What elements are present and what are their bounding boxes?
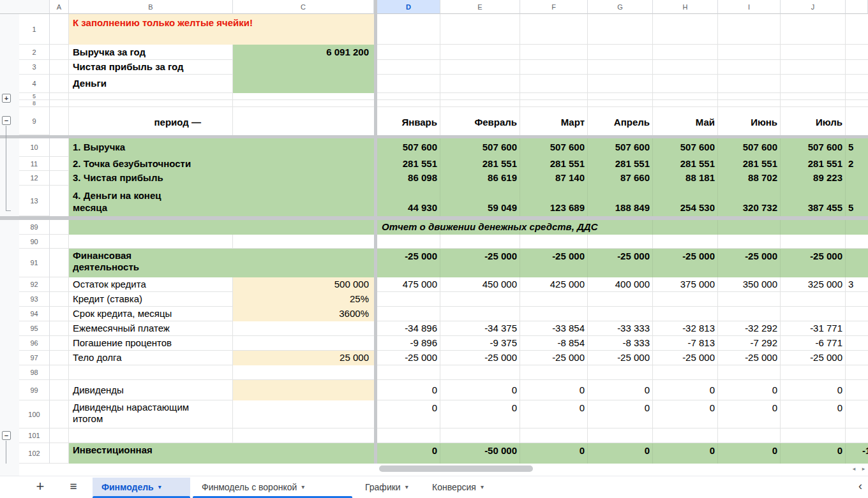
cell-G102[interactable]: 0: [588, 443, 653, 464]
cell-J91[interactable]: -25 000: [781, 249, 846, 277]
chevron-down-icon[interactable]: ▾: [158, 483, 161, 490]
cell-F95[interactable]: -33 854: [520, 321, 588, 336]
row-header-102[interactable]: 102: [19, 443, 50, 464]
cell-E9[interactable]: Февраль: [440, 107, 520, 135]
cell-J92[interactable]: 325 000: [781, 277, 846, 292]
sheet-tab-finmodel-s-voronkoy[interactable]: Финмодель с воронкой ▾: [193, 478, 352, 496]
sheet-tab-grafiki[interactable]: Графики ▾: [356, 478, 420, 496]
cell-D97[interactable]: -25 000: [377, 351, 440, 365]
cell-H96[interactable]: -7 813: [653, 336, 718, 351]
cell-B100[interactable]: Дивиденды нарастающим итогом: [69, 400, 197, 428]
row-header-95[interactable]: 95: [19, 321, 50, 336]
cell-H10[interactable]: 507 600: [653, 138, 718, 157]
cell-B2[interactable]: Выручка за год: [69, 45, 233, 60]
chevron-down-icon[interactable]: ▾: [301, 483, 304, 490]
row-header-96[interactable]: 96: [19, 336, 50, 351]
cell-B92[interactable]: Остаток кредита: [69, 277, 233, 292]
column-header-B[interactable]: B: [69, 0, 233, 14]
cell-E12[interactable]: 86 619: [440, 171, 520, 186]
cell-I13[interactable]: 320 732: [718, 186, 781, 216]
cell-B102[interactable]: Инвестиционная: [69, 443, 233, 464]
cell-E99[interactable]: 0: [440, 380, 520, 400]
cell-K13[interactable]: 5: [846, 186, 868, 216]
column-header-J[interactable]: J: [781, 0, 846, 14]
cell-J102[interactable]: 0: [781, 443, 846, 464]
cell-G96[interactable]: -8 333: [588, 336, 653, 351]
cell-G95[interactable]: -33 333: [588, 321, 653, 336]
cell-B3[interactable]: Чистая прибыль за год: [69, 60, 233, 75]
cell-J10[interactable]: 507 600: [781, 138, 846, 157]
column-header-F[interactable]: F: [520, 0, 588, 14]
select-all-corner[interactable]: [0, 0, 50, 14]
cell-H11[interactable]: 281 551: [653, 157, 718, 171]
cell-H99[interactable]: 0: [653, 380, 718, 400]
row-header-13[interactable]: 13: [19, 186, 50, 216]
cell-D92[interactable]: 475 000: [377, 277, 440, 292]
cell-E96[interactable]: -9 375: [440, 336, 520, 351]
cell-B11[interactable]: 2. Точка безубыточности: [69, 157, 233, 171]
cell-F99[interactable]: 0: [520, 380, 588, 400]
all-sheets-icon[interactable]: ≡: [65, 476, 82, 496]
h-scroll-right-button[interactable]: ▸: [860, 464, 867, 473]
cell-G99[interactable]: 0: [588, 380, 653, 400]
scroll-tabs-left-button[interactable]: ‹: [855, 476, 865, 496]
cell-G13[interactable]: 188 849: [588, 186, 653, 216]
cell-H91[interactable]: -25 000: [653, 249, 718, 277]
cell-F102[interactable]: 0: [520, 443, 588, 464]
group-collapse-button[interactable]: −: [2, 116, 11, 125]
cell-E102[interactable]: -50 000: [440, 443, 520, 464]
cell-E91[interactable]: -25 000: [440, 249, 520, 277]
cell-C92[interactable]: 500 000: [233, 277, 374, 292]
cell-J12[interactable]: 89 223: [781, 171, 846, 186]
row-header-12[interactable]: 12: [19, 171, 50, 186]
cell-J11[interactable]: 281 551: [781, 157, 846, 171]
row-header-8[interactable]: 8: [19, 100, 50, 107]
chevron-down-icon[interactable]: ▾: [481, 483, 484, 490]
cell-D89[interactable]: Отчет о движении денежных средств, ДДС: [377, 220, 760, 235]
cell-I95[interactable]: -32 292: [718, 321, 781, 336]
cell-I96[interactable]: -7 292: [718, 336, 781, 351]
cell-H12[interactable]: 88 181: [653, 171, 718, 186]
cell-B4[interactable]: Деньги: [69, 75, 233, 93]
column-header-C[interactable]: C: [233, 0, 374, 14]
cell-F92[interactable]: 425 000: [520, 277, 588, 292]
cell-J100[interactable]: 0: [781, 400, 846, 428]
row-header-91[interactable]: 91: [19, 249, 50, 277]
row-header-101[interactable]: 101: [19, 428, 50, 443]
row-header-100[interactable]: 100: [19, 400, 50, 428]
cell-I92[interactable]: 350 000: [718, 277, 781, 292]
cell-J96[interactable]: -6 771: [781, 336, 846, 351]
cell-C93[interactable]: 25%: [233, 292, 374, 307]
cell-G91[interactable]: -25 000: [588, 249, 653, 277]
cell-H95[interactable]: -32 813: [653, 321, 718, 336]
cell-D100[interactable]: 0: [377, 400, 440, 428]
row-header-3[interactable]: 3: [19, 60, 50, 75]
cell-C94[interactable]: 3600%: [233, 307, 374, 321]
cell-G9[interactable]: Апрель: [588, 107, 653, 135]
column-header-K[interactable]: [846, 0, 868, 14]
group-expand-button[interactable]: +: [2, 94, 11, 103]
cell-C97[interactable]: 25 000: [233, 351, 374, 365]
row-header-99[interactable]: 99: [19, 380, 50, 400]
cell-J9[interactable]: Июль: [781, 107, 846, 135]
row-header-11[interactable]: 11: [19, 157, 50, 171]
row-header-93[interactable]: 93: [19, 292, 50, 307]
row-header-92[interactable]: 92: [19, 277, 50, 292]
row-header-5[interactable]: 5: [19, 93, 50, 100]
cell-B12[interactable]: 3. Чистая прибыль: [69, 171, 233, 186]
cell-H92[interactable]: 375 000: [653, 277, 718, 292]
column-header-D[interactable]: D: [377, 0, 440, 14]
cell-E95[interactable]: -34 375: [440, 321, 520, 336]
cell-K10[interactable]: 5: [846, 138, 868, 157]
cell-D12[interactable]: 86 098: [377, 171, 440, 186]
cell-J97[interactable]: -25 000: [781, 351, 846, 365]
cell-F96[interactable]: -8 854: [520, 336, 588, 351]
cell-I10[interactable]: 507 600: [718, 138, 781, 157]
cell-B1[interactable]: К заполнению только желтые ячейки!: [69, 14, 374, 45]
cell-B10[interactable]: 1. Выручка: [69, 138, 233, 157]
sheet-tab-finmodel[interactable]: Финмодель ▾: [93, 478, 190, 496]
cell-I100[interactable]: 0: [718, 400, 781, 428]
cell-B13[interactable]: 4. Деньги на конец месяца: [69, 186, 184, 216]
cell-D96[interactable]: -9 896: [377, 336, 440, 351]
cell-I11[interactable]: 281 551: [718, 157, 781, 171]
